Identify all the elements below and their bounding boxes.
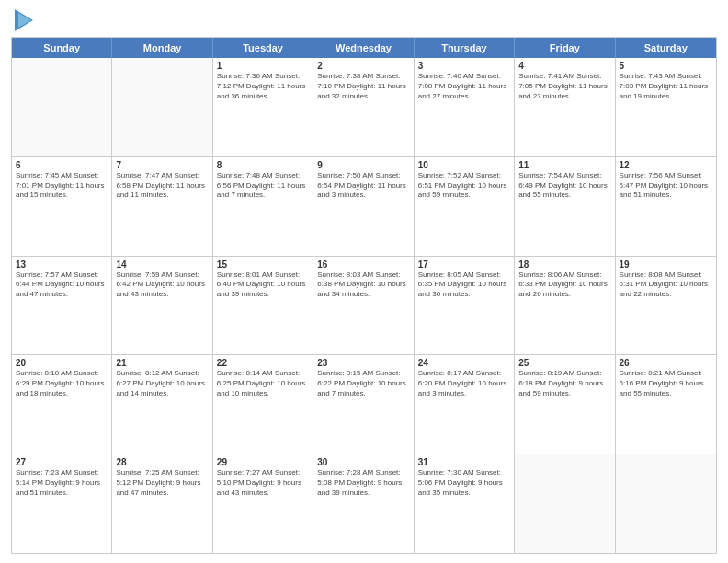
calendar-cell: 26Sunrise: 8:21 AM Sunset: 6:16 PM Dayli… [616, 355, 716, 454]
day-number: 3 [418, 61, 510, 71]
day-info: Sunrise: 7:54 AM Sunset: 6:49 PM Dayligh… [518, 171, 610, 201]
day-info: Sunrise: 7:40 AM Sunset: 7:08 PM Dayligh… [418, 72, 510, 101]
calendar-cell: 27Sunrise: 7:23 AM Sunset: 5:14 PM Dayli… [12, 454, 112, 553]
calendar: SundayMondayTuesdayWednesdayThursdayFrid… [11, 37, 717, 554]
calendar-cell: 19Sunrise: 8:08 AM Sunset: 6:31 PM Dayli… [616, 257, 716, 355]
day-info: Sunrise: 7:30 AM Sunset: 5:06 PM Dayligh… [418, 468, 510, 498]
calendar-cell: 23Sunrise: 8:15 AM Sunset: 6:22 PM Dayli… [313, 355, 414, 454]
day-info: Sunrise: 7:43 AM Sunset: 7:03 PM Dayligh… [620, 72, 712, 101]
calendar-body: 1Sunrise: 7:36 AM Sunset: 7:12 PM Daylig… [12, 58, 716, 553]
calendar-cell: 14Sunrise: 7:59 AM Sunset: 6:42 PM Dayli… [112, 257, 212, 355]
calendar-cell: 5Sunrise: 7:43 AM Sunset: 7:03 PM Daylig… [616, 58, 716, 156]
calendar-cell: 15Sunrise: 8:01 AM Sunset: 6:40 PM Dayli… [213, 257, 313, 355]
calendar-header-cell: Wednesday [313, 38, 414, 58]
day-number: 15 [217, 259, 309, 270]
calendar-cell: 9Sunrise: 7:50 AM Sunset: 6:54 PM Daylig… [313, 157, 414, 256]
day-number: 17 [418, 259, 510, 270]
calendar-header: SundayMondayTuesdayWednesdayThursdayFrid… [12, 38, 716, 58]
day-number: 28 [116, 457, 208, 467]
calendar-cell [112, 58, 212, 156]
calendar-week: 6Sunrise: 7:45 AM Sunset: 7:01 PM Daylig… [12, 157, 716, 257]
day-number: 10 [418, 160, 510, 170]
calendar-cell: 31Sunrise: 7:30 AM Sunset: 5:06 PM Dayli… [415, 454, 515, 553]
calendar-cell: 17Sunrise: 8:05 AM Sunset: 6:35 PM Dayli… [415, 257, 515, 355]
day-number: 13 [16, 259, 108, 270]
calendar-cell: 6Sunrise: 7:45 AM Sunset: 7:01 PM Daylig… [12, 157, 112, 256]
day-info: Sunrise: 8:10 AM Sunset: 6:29 PM Dayligh… [16, 369, 108, 398]
calendar-cell: 1Sunrise: 7:36 AM Sunset: 7:12 PM Daylig… [213, 58, 313, 156]
calendar-cell: 22Sunrise: 8:14 AM Sunset: 6:25 PM Dayli… [213, 355, 313, 454]
day-info: Sunrise: 8:03 AM Sunset: 6:38 PM Dayligh… [317, 270, 409, 300]
day-info: Sunrise: 8:14 AM Sunset: 6:25 PM Dayligh… [217, 369, 309, 398]
day-number: 7 [116, 160, 208, 170]
calendar-cell [616, 454, 716, 553]
day-number: 11 [518, 160, 610, 170]
calendar-cell: 18Sunrise: 8:06 AM Sunset: 6:33 PM Dayli… [515, 257, 615, 355]
day-number: 22 [217, 358, 309, 368]
day-info: Sunrise: 8:08 AM Sunset: 6:31 PM Dayligh… [620, 270, 712, 300]
day-info: Sunrise: 8:12 AM Sunset: 6:27 PM Dayligh… [116, 369, 208, 398]
day-info: Sunrise: 7:41 AM Sunset: 7:05 PM Dayligh… [518, 72, 610, 101]
day-info: Sunrise: 7:57 AM Sunset: 6:44 PM Dayligh… [16, 270, 108, 300]
calendar-header-cell: Sunday [12, 38, 112, 58]
header [11, 9, 717, 31]
calendar-cell: 28Sunrise: 7:25 AM Sunset: 5:12 PM Dayli… [112, 454, 212, 553]
day-info: Sunrise: 8:06 AM Sunset: 6:33 PM Dayligh… [518, 270, 610, 300]
day-number: 18 [518, 259, 610, 270]
day-number: 1 [217, 61, 309, 71]
day-number: 27 [16, 457, 108, 467]
calendar-cell: 24Sunrise: 8:17 AM Sunset: 6:20 PM Dayli… [415, 355, 515, 454]
day-info: Sunrise: 8:15 AM Sunset: 6:22 PM Dayligh… [317, 369, 409, 398]
calendar-week: 13Sunrise: 7:57 AM Sunset: 6:44 PM Dayli… [12, 257, 716, 356]
day-info: Sunrise: 7:50 AM Sunset: 6:54 PM Dayligh… [317, 171, 409, 201]
day-number: 21 [116, 358, 208, 368]
calendar-cell: 7Sunrise: 7:47 AM Sunset: 6:58 PM Daylig… [112, 157, 212, 256]
calendar-cell: 11Sunrise: 7:54 AM Sunset: 6:49 PM Dayli… [515, 157, 615, 256]
day-number: 20 [16, 358, 108, 368]
calendar-cell [515, 454, 615, 553]
day-number: 6 [16, 160, 108, 170]
day-number: 30 [317, 457, 409, 467]
day-info: Sunrise: 7:56 AM Sunset: 6:47 PM Dayligh… [620, 171, 712, 201]
day-info: Sunrise: 7:38 AM Sunset: 7:10 PM Dayligh… [317, 72, 409, 101]
day-info: Sunrise: 8:21 AM Sunset: 6:16 PM Dayligh… [620, 369, 712, 398]
calendar-header-cell: Monday [112, 38, 212, 58]
day-info: Sunrise: 8:17 AM Sunset: 6:20 PM Dayligh… [418, 369, 510, 398]
calendar-header-cell: Tuesday [213, 38, 313, 58]
day-number: 5 [620, 61, 712, 71]
day-number: 9 [317, 160, 409, 170]
day-number: 4 [518, 61, 610, 71]
calendar-cell: 10Sunrise: 7:52 AM Sunset: 6:51 PM Dayli… [415, 157, 515, 256]
calendar-cell: 3Sunrise: 7:40 AM Sunset: 7:08 PM Daylig… [415, 58, 515, 156]
day-info: Sunrise: 7:52 AM Sunset: 6:51 PM Dayligh… [418, 171, 510, 201]
calendar-header-cell: Thursday [415, 38, 515, 58]
day-number: 26 [620, 358, 712, 368]
day-info: Sunrise: 7:36 AM Sunset: 7:12 PM Dayligh… [217, 72, 309, 101]
day-number: 29 [217, 457, 309, 467]
calendar-cell: 2Sunrise: 7:38 AM Sunset: 7:10 PM Daylig… [313, 58, 414, 156]
day-number: 12 [620, 160, 712, 170]
day-number: 23 [317, 358, 409, 368]
day-number: 31 [418, 457, 510, 467]
calendar-cell: 13Sunrise: 7:57 AM Sunset: 6:44 PM Dayli… [12, 257, 112, 355]
calendar-cell: 4Sunrise: 7:41 AM Sunset: 7:05 PM Daylig… [515, 58, 615, 156]
day-info: Sunrise: 7:45 AM Sunset: 7:01 PM Dayligh… [16, 171, 108, 201]
day-number: 2 [317, 61, 409, 71]
day-info: Sunrise: 8:01 AM Sunset: 6:40 PM Dayligh… [217, 270, 309, 300]
day-number: 19 [620, 259, 712, 270]
day-number: 14 [116, 259, 208, 270]
day-number: 16 [317, 259, 409, 270]
svg-marker-1 [18, 13, 31, 28]
day-info: Sunrise: 7:25 AM Sunset: 5:12 PM Dayligh… [116, 468, 208, 498]
calendar-cell: 20Sunrise: 8:10 AM Sunset: 6:29 PM Dayli… [12, 355, 112, 454]
calendar-week: 1Sunrise: 7:36 AM Sunset: 7:12 PM Daylig… [12, 58, 716, 157]
calendar-cell: 30Sunrise: 7:28 AM Sunset: 5:08 PM Dayli… [313, 454, 414, 553]
calendar-cell: 29Sunrise: 7:27 AM Sunset: 5:10 PM Dayli… [213, 454, 313, 553]
day-info: Sunrise: 7:23 AM Sunset: 5:14 PM Dayligh… [16, 468, 108, 498]
day-info: Sunrise: 7:47 AM Sunset: 6:58 PM Dayligh… [116, 171, 208, 201]
day-number: 8 [217, 160, 309, 170]
day-info: Sunrise: 7:48 AM Sunset: 6:56 PM Dayligh… [217, 171, 309, 201]
calendar-cell: 21Sunrise: 8:12 AM Sunset: 6:27 PM Dayli… [112, 355, 212, 454]
day-number: 24 [418, 358, 510, 368]
calendar-cell [12, 58, 112, 156]
